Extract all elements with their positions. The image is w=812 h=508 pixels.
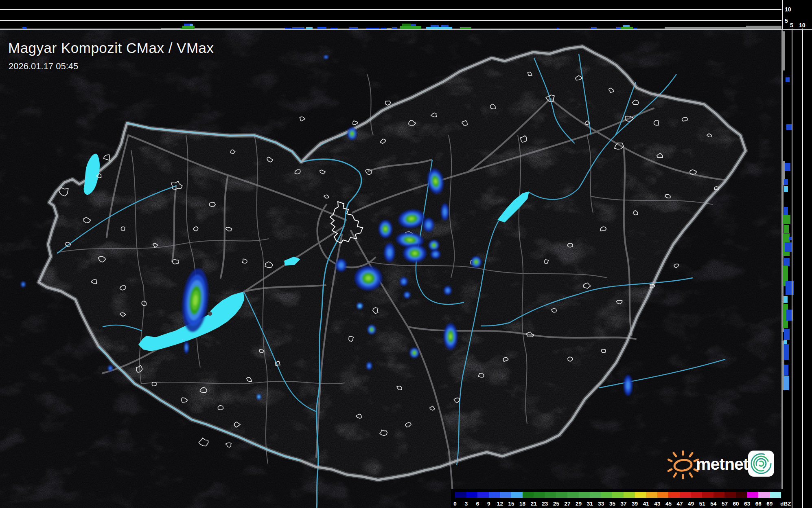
radar-echo-cell [184, 342, 189, 354]
right-profile-seg [784, 225, 789, 233]
radar-echo-cell [400, 277, 407, 286]
legend-color-cell [770, 492, 781, 498]
radar-echo-cell [324, 55, 328, 59]
top-profile-seg [411, 24, 416, 26]
axis-label-top-5: 5 [785, 18, 788, 24]
radar-echo-cell [108, 365, 113, 371]
legend-tick-label: 60 [730, 501, 742, 507]
radar-echo-cell [21, 281, 26, 287]
axis-label-right-5: 5 [790, 22, 793, 28]
logo-wordmark: metnet [696, 455, 748, 474]
legend-color-cell [489, 492, 500, 498]
dbz-legend: 0369121518212325272931333537394143454749… [451, 489, 786, 508]
top-profile-seg [623, 25, 630, 27]
right-strip-10km-line [802, 29, 803, 508]
right-profile-seg [786, 124, 792, 130]
legend-color-cell [534, 492, 545, 498]
legend-color-cell [668, 492, 680, 498]
top-profile-seg [402, 24, 411, 26]
legend-tick-label: 49 [685, 501, 697, 507]
legend-tick-label: 63 [742, 501, 753, 507]
legend-tick-label: 29 [573, 501, 584, 507]
right-profile-seg [784, 296, 788, 303]
legend-color-cell [657, 492, 669, 498]
right-profile-seg [781, 31, 785, 70]
radar-echo-cell [384, 243, 395, 262]
timestamp: 2026.01.17 05:45 [9, 61, 78, 72]
right-profile-seg [785, 242, 792, 252]
top-profile-seg [441, 25, 449, 27]
legend-tick-label: 15 [506, 501, 517, 507]
legend-color-cell [612, 492, 624, 498]
legend-color-cell [511, 492, 523, 498]
radar-echo-cell [357, 303, 363, 309]
legend-color-cell [567, 492, 579, 498]
radar-echo-cell [409, 347, 419, 358]
legend-color-cell [736, 492, 747, 498]
right-profile-seg [784, 376, 789, 390]
radar-echo-cell [368, 325, 376, 334]
legend-color-cell [590, 492, 601, 498]
top-profile-seg [190, 24, 193, 26]
legend-tick-label: 47 [674, 501, 685, 507]
right-profile-seg [784, 344, 789, 360]
right-profile-seg [785, 163, 790, 171]
legend-tick-label: 57 [719, 501, 730, 507]
radar-echo-cell [355, 266, 382, 290]
right-profile-seg [781, 70, 783, 164]
right-strip-5km-line [792, 29, 792, 508]
radar-echo-cell [256, 394, 261, 400]
radar-echo-cell [347, 127, 357, 140]
legend-color-cell [500, 492, 511, 498]
radar-echo-cell [379, 220, 392, 238]
right-profile-seg [784, 179, 788, 185]
right-profile-seg [784, 329, 790, 340]
legend-color-cell [624, 492, 635, 498]
radar-echo-cell [471, 256, 482, 268]
radar-echo-cell [423, 218, 434, 232]
legend-color-cell [680, 492, 691, 498]
radar-echo-cell [336, 259, 346, 271]
legend-tick-label: 37 [618, 501, 629, 507]
legend-color-cell [724, 492, 736, 498]
legend-color-cell [702, 492, 714, 498]
legend-tick-label: 33 [595, 501, 607, 507]
legend-tick-label: 9 [483, 501, 495, 507]
legend-tick-label: 23 [539, 501, 551, 507]
right-profile-seg [784, 186, 788, 192]
legend-color-cell [601, 492, 613, 498]
legend-color-cell [646, 492, 657, 498]
radar-echo-cell [366, 362, 372, 369]
right-profile-seg [784, 365, 788, 376]
legend-color-cell [714, 492, 725, 498]
radar-echo-cell [431, 250, 440, 259]
legend-color-cell [579, 492, 590, 498]
radar-echo-cell [441, 204, 449, 220]
axis-label-right-10: 10 [799, 22, 805, 28]
legend-tick-label: 51 [696, 501, 708, 507]
legend-tick-label: 39 [629, 501, 641, 507]
legend-unit-label: dBZ [780, 501, 791, 507]
tihany-peninsula [208, 312, 212, 316]
radar-echo-cell [403, 244, 426, 262]
right-profile-seg [783, 215, 790, 224]
axis-label-top-10: 10 [785, 7, 791, 12]
strip-corner-divider [782, 0, 783, 30]
legend-color-cell [477, 492, 489, 498]
legend-tick-label: 69 [764, 501, 775, 507]
right-profile-seg [786, 77, 790, 82]
top-profile-pixels [0, 0, 781, 30]
right-profile-pixels [781, 0, 812, 508]
legend-color-cell [523, 492, 534, 498]
legend-color-cell [556, 492, 567, 498]
legend-tick-label: 31 [584, 501, 595, 507]
legend-tick-label: 35 [606, 501, 618, 507]
radar-echo-cell [444, 286, 451, 295]
radar-echo-cell [429, 240, 439, 251]
legend-tick-label: 18 [517, 501, 528, 507]
vmax-right-profile-strip [781, 0, 812, 508]
top-profile-seg [746, 26, 781, 29]
metnet-logo[interactable]: metnet [668, 447, 777, 481]
legend-tick-label: 43 [652, 501, 663, 507]
legend-color-cell [747, 492, 759, 498]
